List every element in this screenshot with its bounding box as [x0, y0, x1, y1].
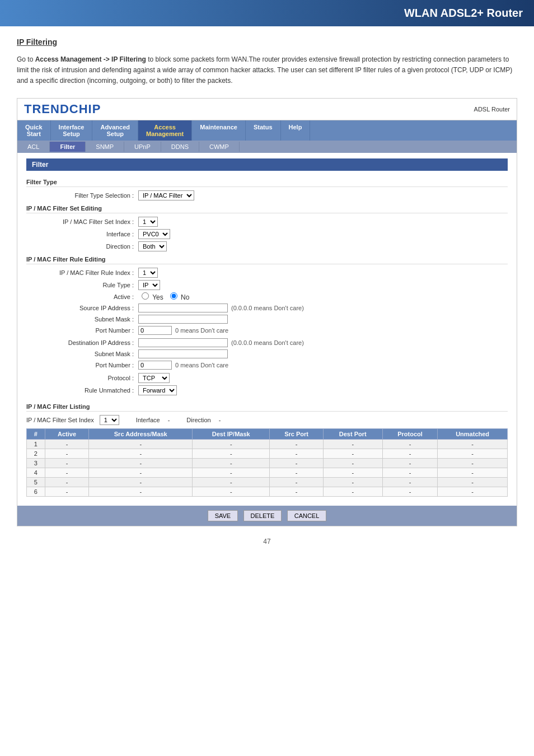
- header-bar: WLAN ADSL2+ Router: [0, 0, 534, 26]
- filter-type-select[interactable]: IP / MAC Filter: [138, 190, 194, 200]
- table-cell: 4: [27, 468, 45, 477]
- nav-help[interactable]: Help: [281, 120, 311, 141]
- sub-nav-filter[interactable]: Filter: [50, 142, 86, 152]
- table-cell: -: [89, 487, 193, 496]
- table-cell: 5: [27, 477, 45, 487]
- active-no-radio[interactable]: [170, 292, 177, 300]
- listing-section: IP / MAC Filter Listing IP / MAC Filter …: [26, 401, 508, 497]
- src-ip-label: Source IP Address :: [38, 305, 138, 311]
- dest-port-input[interactable]: [138, 361, 172, 370]
- listing-index-select[interactable]: 1: [100, 415, 119, 425]
- sub-nav-ddns[interactable]: DDNS: [161, 142, 199, 152]
- table-row: 2-------: [27, 449, 508, 458]
- active-no-label[interactable]: No: [170, 292, 190, 301]
- rule-type-label: Rule Type :: [38, 282, 138, 288]
- active-yes-radio[interactable]: [142, 292, 149, 300]
- table-cell: -: [270, 449, 323, 458]
- table-cell: 3: [27, 458, 45, 468]
- interface-select[interactable]: PVC0: [138, 229, 170, 239]
- sub-nav-acl[interactable]: ACL: [17, 142, 50, 152]
- listing-direction-label: Direction: [186, 417, 210, 423]
- sub-nav-cwmp[interactable]: CWMP: [199, 142, 240, 152]
- table-cell: -: [193, 439, 270, 449]
- delete-button[interactable]: DELETE: [243, 510, 282, 521]
- col-src-port: Src Port: [270, 428, 323, 439]
- nav-quick-start[interactable]: QuickStart: [17, 120, 51, 141]
- col-hash: #: [27, 428, 45, 439]
- rule-unmatched-select[interactable]: Forward Drop: [138, 385, 177, 395]
- sub-nav-snmp[interactable]: SNMP: [86, 142, 124, 152]
- table-cell: -: [193, 468, 270, 477]
- table-cell: -: [270, 468, 323, 477]
- ip-mac-index-label: IP / MAC Filter Set Index :: [38, 218, 138, 225]
- direction-label: Direction :: [38, 243, 138, 250]
- dest-mask-input[interactable]: [138, 349, 228, 358]
- nav-interface-setup[interactable]: InterfaceSetup: [51, 120, 93, 141]
- listing-header-row: IP / MAC Filter Set Index 1 Interface - …: [26, 415, 508, 425]
- dest-mask-row: Subnet Mask :: [26, 349, 508, 358]
- table-cell: -: [438, 487, 508, 496]
- table-cell: -: [323, 477, 382, 487]
- src-port-hint: 0 means Don't care: [175, 327, 228, 334]
- table-cell: -: [270, 487, 323, 496]
- main-content: Filter Filter Type Filter Type Selection…: [17, 153, 517, 506]
- rule-type-select[interactable]: IP: [138, 280, 160, 290]
- filter-table: # Active Src Address/Mask Dest IP/Mask S…: [26, 428, 508, 497]
- ip-mac-index-select[interactable]: 1: [138, 217, 158, 227]
- dest-ip-label: Destination IP Address :: [38, 339, 138, 346]
- nav-status[interactable]: Status: [246, 120, 281, 141]
- listing-index-label: IP / MAC Filter Set Index: [26, 417, 94, 423]
- active-label: Active :: [38, 293, 138, 300]
- ip-mac-set-editing-label: IP / MAC Filter Set Editing: [26, 203, 508, 213]
- table-cell: -: [323, 487, 382, 496]
- table-cell: -: [89, 468, 193, 477]
- filter-type-row: Filter Type Selection : IP / MAC Filter: [26, 190, 508, 200]
- table-cell: -: [89, 449, 193, 458]
- table-cell: -: [382, 487, 438, 496]
- col-active: Active: [45, 428, 89, 439]
- logo-bar: TRENDCHIP ADSL Router: [17, 99, 517, 120]
- protocol-select[interactable]: TCP UDP ICMP: [138, 373, 170, 383]
- rule-index-select[interactable]: 1: [138, 268, 158, 278]
- filter-type-label: Filter Type: [26, 176, 508, 187]
- src-port-input[interactable]: [138, 326, 172, 335]
- protocol-row: Protocol : TCP UDP ICMP: [26, 373, 508, 383]
- nav-bar: QuickStart InterfaceSetup AdvancedSetup …: [17, 120, 517, 141]
- table-cell: -: [89, 477, 193, 487]
- dest-ip-input[interactable]: [138, 338, 228, 347]
- ip-mac-rule-editing-label: IP / MAC Filter Rule Editing: [26, 254, 508, 264]
- dest-ip-hint: (0.0.0.0 means Don't care): [231, 339, 304, 346]
- table-cell: -: [45, 487, 89, 496]
- table-cell: -: [382, 439, 438, 449]
- nav-access-management[interactable]: AccessManagement: [138, 120, 192, 141]
- dest-port-label: Port Number :: [38, 362, 138, 368]
- nav-maintenance[interactable]: Maintenance: [192, 120, 246, 141]
- cancel-button[interactable]: CANCEL: [287, 510, 327, 521]
- sub-nav-upnp[interactable]: UPnP: [124, 142, 161, 152]
- table-cell: -: [45, 439, 89, 449]
- table-cell: -: [193, 487, 270, 496]
- src-mask-input[interactable]: [138, 315, 228, 324]
- src-port-label: Port Number :: [38, 327, 138, 334]
- direction-select[interactable]: Both: [138, 241, 167, 251]
- src-ip-input[interactable]: [138, 304, 228, 312]
- filter-header: Filter: [26, 158, 508, 171]
- col-protocol: Protocol: [382, 428, 438, 439]
- table-row: 6-------: [27, 487, 508, 496]
- adsl-label: ADSL Router: [474, 106, 510, 113]
- table-cell: -: [193, 477, 270, 487]
- active-radio-group: Yes No: [142, 292, 189, 301]
- table-row: 3-------: [27, 458, 508, 468]
- col-dest-ip: Dest IP/Mask: [193, 428, 270, 439]
- active-yes-label[interactable]: Yes: [142, 292, 163, 301]
- trendchip-container: TRENDCHIP ADSL Router QuickStart Interfa…: [17, 98, 517, 526]
- table-cell: 1: [27, 439, 45, 449]
- filter-type-selection-label: Filter Type Selection :: [38, 192, 138, 199]
- rule-index-row: IP / MAC Filter Rule Index : 1: [26, 268, 508, 278]
- rule-type-row: Rule Type : IP: [26, 280, 508, 290]
- save-button[interactable]: SAVE: [208, 510, 238, 521]
- nav-advanced-setup[interactable]: AdvancedSetup: [92, 120, 138, 141]
- table-row: 4-------: [27, 468, 508, 477]
- page-title: IP Filtering: [17, 38, 517, 46]
- interface-label: Interface :: [38, 231, 138, 237]
